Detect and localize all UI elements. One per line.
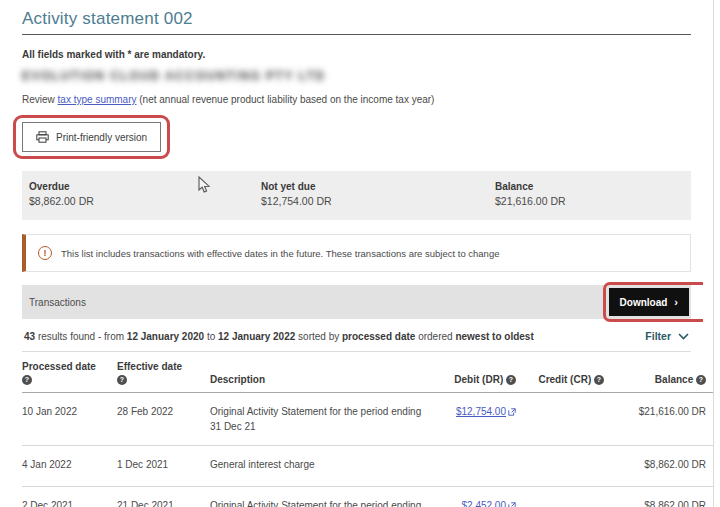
print-button-label: Print-friendly version: [56, 132, 147, 143]
debit-amount: $12,754.00: [456, 406, 506, 417]
cell-credit: [516, 393, 604, 446]
print-button-annotation-box: Print-friendly version: [13, 115, 170, 159]
printer-icon: [36, 131, 49, 143]
chevron-down-icon: [678, 330, 689, 342]
debit-amount: $2,452.00: [462, 500, 507, 507]
cell-processed-date: 4 Jan 2022: [22, 446, 117, 487]
external-link-icon: [508, 502, 516, 507]
summary-value: $8,862.00 DR: [29, 195, 261, 207]
download-button[interactable]: Download ›: [609, 288, 689, 316]
cell-debit: $12,754.00: [428, 393, 516, 446]
table-header-row: Processed date ? Effective date ? Descri…: [22, 352, 714, 393]
title-divider: [22, 34, 691, 35]
results-count: 43: [24, 331, 35, 342]
summary-not-yet-due: Not yet due $12,754.00 DR: [261, 181, 493, 207]
review-line: Review tax type summary (net annual reve…: [22, 94, 691, 105]
summary-label: Not yet due: [261, 181, 493, 192]
col-effective-date: Effective date ?: [117, 352, 210, 393]
cell-processed-date: 2 Dec 2021: [22, 487, 117, 507]
summary-overdue: Overdue $8,862.00 DR: [29, 181, 261, 207]
col-debit: Debit (DR) ?: [428, 352, 516, 393]
results-text: results found - from: [35, 331, 127, 342]
transactions-table: Processed date ? Effective date ? Descri…: [22, 352, 714, 507]
results-date-from: 12 January 2020: [127, 331, 204, 342]
summary-value: $21,616.00 DR: [495, 195, 566, 207]
help-icon[interactable]: ?: [117, 375, 127, 385]
results-summary-row: 43 results found - from 12 January 2020 …: [22, 319, 691, 352]
help-icon[interactable]: ?: [594, 375, 604, 385]
cell-expand: [706, 487, 714, 507]
cell-balance: $8,862.00 DR: [604, 446, 706, 487]
tax-type-summary-link[interactable]: tax type summary: [58, 94, 137, 105]
cell-description: Original Activity Statement for the peri…: [210, 487, 428, 507]
column-label: Balance: [655, 374, 693, 385]
chevron-right-icon: ›: [674, 296, 678, 308]
column-label: Processed date: [22, 361, 96, 372]
debit-amount-link[interactable]: $12,754.00: [456, 406, 516, 417]
filter-label: Filter: [645, 330, 671, 342]
cell-effective-date: 21 Dec 2021: [117, 487, 210, 507]
cell-debit: [428, 446, 516, 487]
cell-effective-date: 28 Feb 2022: [117, 393, 210, 446]
table-row: 4 Jan 2022 1 Dec 2021 General interest c…: [22, 446, 714, 487]
col-processed-date: Processed date ?: [22, 352, 117, 393]
column-label: Debit (DR): [454, 374, 503, 385]
cell-description: Original Activity Statement for the peri…: [210, 393, 428, 446]
debit-amount-link[interactable]: $2,452.00: [462, 500, 517, 507]
transactions-title: Transactions: [29, 297, 86, 308]
col-balance: Balance ?: [604, 352, 706, 393]
account-summary-bar: Overdue $8,862.00 DR Not yet due $12,754…: [22, 171, 691, 220]
table-row: 2 Dec 2021 21 Dec 2021 Original Activity…: [22, 487, 714, 507]
cell-balance: $8,862.00 DR: [604, 487, 706, 507]
col-credit: Credit (CR) ?: [516, 352, 604, 393]
print-friendly-button[interactable]: Print-friendly version: [22, 122, 161, 152]
summary-label: Overdue: [29, 181, 261, 192]
cell-effective-date: 1 Dec 2021: [117, 446, 210, 487]
external-link-icon: [508, 408, 516, 416]
warning-icon: !: [38, 246, 52, 260]
results-text: sorted by: [295, 331, 342, 342]
results-sort-field: processed date: [342, 331, 415, 342]
results-sort-order: newest to oldest: [455, 331, 533, 342]
cell-credit: [516, 487, 604, 507]
cell-expand: [706, 393, 714, 446]
review-prefix: Review: [22, 94, 58, 105]
review-suffix: (net annual revenue product liability ba…: [137, 94, 435, 105]
download-label: Download: [620, 297, 668, 308]
page-title: Activity statement 002: [22, 9, 691, 29]
download-annotation-box: Download ›: [603, 282, 703, 322]
notice-text: This list includes transactions with eff…: [61, 248, 499, 259]
results-text: ordered: [415, 331, 455, 342]
results-text: to: [204, 331, 218, 342]
transactions-section-header: Transactions Download ›: [22, 285, 691, 319]
mandatory-note: All fields marked with * are mandatory.: [22, 49, 691, 60]
cell-description: General interest charge: [210, 446, 428, 487]
results-summary-text: 43 results found - from 12 January 2020 …: [24, 331, 534, 342]
help-icon[interactable]: ?: [506, 375, 516, 385]
cell-expand: [706, 446, 714, 487]
col-description: Description: [210, 352, 428, 393]
filter-toggle[interactable]: Filter: [645, 330, 689, 342]
cell-debit: $2,452.00: [428, 487, 516, 507]
summary-label: Balance: [495, 181, 566, 192]
cell-processed-date: 10 Jan 2022: [22, 393, 117, 446]
column-label: Credit (CR): [538, 374, 591, 385]
column-label: Effective date: [117, 361, 182, 372]
future-transactions-notice: ! This list includes transactions with e…: [22, 234, 691, 272]
table-row: 10 Jan 2022 28 Feb 2022 Original Activit…: [22, 393, 714, 446]
help-icon[interactable]: ?: [22, 375, 32, 385]
business-name-redacted: EVOLUTION CLOUD ACCOUNTING PTY LTD: [22, 69, 325, 83]
cell-credit: [516, 446, 604, 487]
summary-value: $12,754.00 DR: [261, 195, 493, 207]
summary-balance: Balance $21,616.00 DR: [495, 181, 566, 207]
column-label: Description: [210, 374, 265, 385]
activity-statement-page: Activity statement 002 All fields marked…: [0, 0, 714, 507]
cell-balance: $21,616.00 DR: [604, 393, 706, 446]
results-date-to: 12 January 2022: [218, 331, 295, 342]
col-expand: [706, 352, 714, 393]
help-icon[interactable]: ?: [696, 375, 706, 385]
